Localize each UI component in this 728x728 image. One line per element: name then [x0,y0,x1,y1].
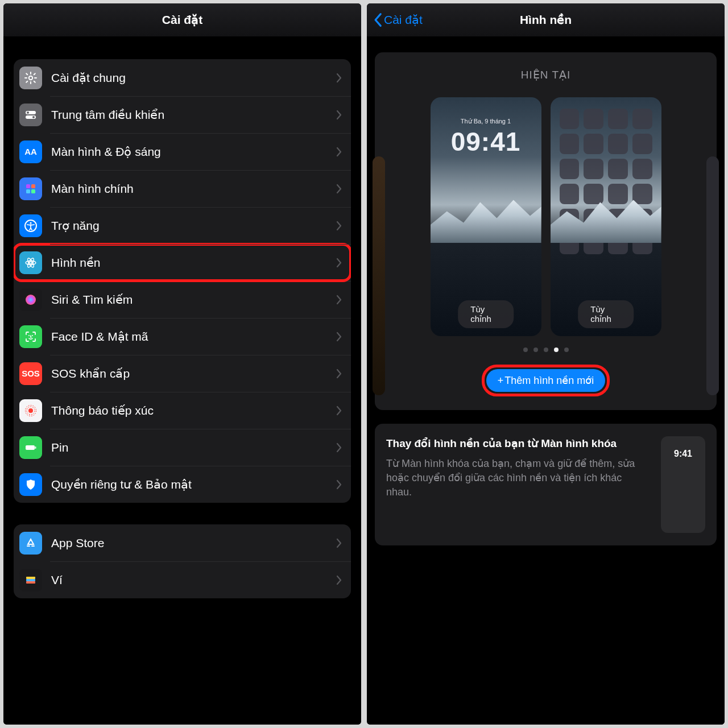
info-card: Thay đổi hình nền của bạn từ Màn hình kh… [375,424,717,545]
appstore-icon [19,532,42,555]
page-dot[interactable] [554,348,559,352]
wallpaper-screen: Cài đặt Hình nền HIỆN TẠI Thứ Ba, 9 thán… [367,3,725,725]
app-placeholder [632,134,652,154]
app-placeholder [632,184,652,204]
settings-row-siri[interactable]: Siri & Tìm kiếm [14,281,351,318]
chevron-right-icon [336,479,342,490]
app-placeholder [608,109,628,129]
svg-rect-7 [26,189,30,193]
chevron-right-icon [336,147,342,157]
chevron-right-icon [336,442,342,453]
settings-row-exposure[interactable]: Thông báo tiếp xúc [14,392,351,429]
lock-time: 09:41 [431,126,541,157]
wallet-icon [19,569,42,592]
settings-row-battery[interactable]: Pin [14,429,351,466]
svg-point-2 [27,111,29,114]
svg-point-4 [32,116,35,118]
nav-bar: Cài đặt Hình nền [367,3,725,36]
chevron-right-icon [336,73,342,83]
lock-screen-preview[interactable]: Thứ Ba, 9 tháng 1 09:41 Tùy chỉnh [431,97,541,336]
home-screen-preview[interactable]: Tùy chỉnh [551,97,661,336]
wallpaper-icon [19,251,42,274]
svg-rect-23 [26,577,35,579]
app-placeholder [560,109,580,129]
settings-row-accessibility[interactable]: Trợ năng [14,207,351,244]
svg-rect-24 [26,579,35,581]
row-label: Ví [51,573,336,587]
page-dot[interactable] [544,348,548,352]
home-screen-icon [19,177,42,200]
settings-row-home-screen[interactable]: Màn hình chính [14,170,351,207]
settings-row-sos[interactable]: SOSSOS khẩn cấp [14,355,351,392]
gear-icon [19,67,42,89]
chevron-right-icon [336,295,342,305]
info-desc: Từ Màn hình khóa của bạn, chạm và giữ để… [386,457,650,500]
nav-title: Cài đặt [162,13,202,27]
exposure-icon [19,399,42,422]
settings-row-faceid[interactable]: Face ID & Mật mã [14,318,351,355]
chevron-right-icon [336,221,342,231]
page-dot[interactable] [564,348,569,352]
svg-rect-22 [35,446,36,449]
chevron-right-icon [336,406,342,416]
customize-home-button[interactable]: Tùy chỉnh [578,300,634,328]
app-placeholder [584,109,603,129]
nav-title: Hình nền [520,13,572,27]
app-placeholder [632,234,652,254]
wallpaper-peek-next[interactable] [706,156,719,395]
page-dot[interactable] [523,348,528,352]
back-button[interactable]: Cài đặt [373,13,423,27]
svg-point-10 [30,222,31,224]
thumb-time: 9:41 [674,449,692,459]
page-dots[interactable] [384,348,708,352]
settings-row-toggles[interactable]: Trung tâm điều khiển [14,96,351,133]
svg-point-17 [32,335,33,336]
app-placeholder [584,134,603,154]
settings-row-wallpaper[interactable]: Hình nền [14,244,351,281]
nav-bar: Cài đặt [3,3,361,36]
icon-text: AA [24,147,37,156]
app-placeholder [560,134,580,154]
section-title: HIỆN TẠI [384,68,708,81]
toggles-icon [19,104,42,126]
settings-row-appstore[interactable]: App Store [14,524,351,561]
svg-point-0 [29,76,32,79]
app-placeholder [584,209,603,229]
app-placeholder [608,159,628,179]
chevron-right-icon [336,538,342,548]
lock-date: Thứ Ba, 9 tháng 1 [431,118,541,125]
customize-lock-button[interactable]: Tùy chỉnh [458,300,514,328]
info-thumbnail: 9:41 [661,436,705,533]
svg-rect-5 [26,184,30,188]
row-label: Quyền riêng tư & Bảo mật [51,478,336,491]
home-app-grid [560,109,652,291]
svg-rect-6 [31,184,35,188]
settings-row-wallet[interactable]: Ví [14,561,351,598]
row-label: Hình nền [51,256,336,270]
add-wallpaper-button[interactable]: +Thêm hình nền mới [486,369,606,392]
sos-icon: SOS [19,362,42,385]
accessibility-icon [19,214,42,237]
page-dot[interactable] [533,348,538,352]
back-label: Cài đặt [384,13,423,27]
settings-group: Cài đặt chungTrung tâm điều khiểnAAMàn h… [14,59,351,503]
app-placeholder [560,184,580,204]
svg-rect-8 [31,189,35,193]
chevron-right-icon [336,332,342,342]
highlight-ring: +Thêm hình nền mới [482,365,610,396]
plus-icon: + [498,375,504,387]
svg-rect-25 [26,581,35,584]
wallpaper-peek-prev[interactable] [373,156,385,395]
app-placeholder [632,109,652,129]
chevron-right-icon [336,369,342,379]
privacy-icon [19,473,42,496]
app-placeholder [608,209,628,229]
row-label: Pin [51,441,336,454]
settings-screen: Cài đặt Cài đặt chungTrung tâm điều khiể… [3,3,361,725]
settings-row-privacy[interactable]: Quyền riêng tư & Bảo mật [14,466,351,503]
app-placeholder [608,234,628,254]
svg-point-15 [26,295,36,305]
settings-row-gear[interactable]: Cài đặt chung [14,59,351,96]
app-placeholder [560,209,580,229]
settings-row-text-size[interactable]: AAMàn hình & Độ sáng [14,133,351,170]
